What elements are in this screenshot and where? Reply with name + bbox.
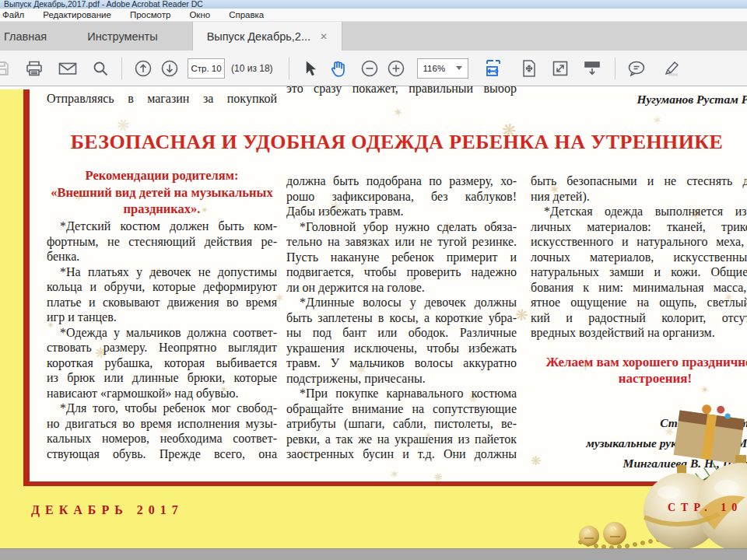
zoom-out-button[interactable] [359, 58, 380, 79]
toolbar: Стр. 10 (10 из 18) 116% [0, 51, 747, 86]
acrobat-reader-window: Выпуск Декабрь,2017.pdf - Adobe Acrobat … [0, 0, 747, 560]
christmas-ornament-decoration [562, 397, 747, 548]
tab-document[interactable]: Выпуск Декабрь,2... ✕ [192, 22, 342, 51]
email-icon [58, 60, 78, 77]
tab-bar: Главная Инструменты Выпуск Декабрь,2... … [0, 22, 747, 51]
text-line: личных материалов: тканей, трикотажа, [531, 219, 747, 235]
text-line: ятное ощущение на ощупь, светлый, яр- [531, 295, 747, 310]
menu-window[interactable]: Окно [180, 10, 219, 19]
text-line: ны под бант или ободок. Различные [286, 325, 517, 341]
text-line: лочных материалов, искусственных и [531, 250, 747, 265]
previous-page-button[interactable] [133, 58, 153, 79]
text-line: ли он держится на голове. [286, 280, 517, 296]
text-line: *На платьях у девочек не допустимы [47, 264, 277, 280]
next-page-button[interactable] [160, 58, 180, 79]
paragraph: *Детская одежда выполняется из раз-личны… [531, 204, 747, 341]
text-line: быть заплетены в косы, а короткие убра- [286, 310, 517, 326]
chevron-down-icon [456, 66, 462, 70]
collapse-toolbar-button[interactable] [582, 59, 602, 78]
highlight-button[interactable] [661, 59, 681, 78]
text-line: *Одежда у мальчиков должна соответ- [47, 325, 277, 341]
menu-bar: Файл Редактирование Просмотр Окно Справк… [0, 9, 747, 22]
paragraph: *Одежда у мальчиков должна соответ-ствов… [47, 325, 277, 401]
fit-width-icon [484, 58, 504, 79]
comment-button[interactable] [626, 59, 647, 78]
menu-help[interactable]: Справка [219, 10, 273, 19]
taskbar-strip [0, 548, 747, 560]
print-icon [25, 60, 44, 77]
text-line: Рекомендации родителям: [47, 167, 277, 184]
newsletter-page-label: СТР. 10 [668, 502, 742, 514]
text-line: ствующая обувь. Прежде всего, она [47, 446, 277, 462]
text-line: Отправляясь в магазин за покупкой [47, 91, 277, 107]
search-icon [92, 60, 109, 77]
page-count-label: (10 из 18) [231, 63, 273, 74]
text-line: подстрижены, причесаны. [286, 371, 517, 387]
search-button[interactable] [92, 60, 109, 77]
email-button[interactable] [58, 60, 78, 77]
page-up-icon [133, 58, 153, 79]
text-line: тельно на завязках или не тугой резинке. [286, 234, 517, 250]
text-line: это сразу покажет, правильный выбор [286, 86, 517, 96]
fullscreen-button[interactable] [551, 59, 570, 78]
text-line: праздниках». [47, 201, 277, 218]
text-line: фортным, не стесняющий действия ре- [47, 234, 277, 250]
column1-body: *Детский костюм должен быть ком-фортным,… [47, 219, 277, 461]
highlight-icon [661, 59, 681, 78]
text-line: бования к ним: минимальная масса, при- [531, 280, 747, 296]
comment-icon [626, 59, 647, 78]
column1-heading: Рекомендации родителям:«Внешний вид дете… [47, 167, 277, 218]
zoom-in-button[interactable] [386, 58, 406, 79]
window-title: Выпуск Декабрь,2017.pdf - Adobe Acrobat … [4, 0, 747, 9]
text-line: украшения исключены, чтобы избежать [286, 341, 517, 356]
text-line: вредных воздействий на организм. [531, 325, 747, 341]
text-line: кольца и обручи, которые деформируют [47, 279, 277, 295]
document-viewport[interactable]: ❋✶✶❋✶✶❋✶✶❋✶✶❋✶✶❋✶✶❋✶✶❋✶✶❋✶✶❋✶✶❋✶✶ [0, 86, 747, 548]
menu-view[interactable]: Просмотр [121, 10, 181, 19]
article-headline: БЕЗОПАСНАЯ И УДОБНАЯ ОДЕЖДА РЕБЕНКА НА У… [47, 131, 747, 154]
hand-tool-button[interactable] [328, 59, 347, 78]
page-number-input[interactable]: Стр. 10 [188, 58, 225, 79]
print-button[interactable] [25, 60, 44, 77]
select-tool-button[interactable] [302, 60, 317, 77]
save-button[interactable] [0, 60, 11, 77]
zoom-out-icon [359, 58, 380, 79]
newsletter-issue-label: ДЕКАБРЬ 2017 [31, 503, 184, 517]
menu-file[interactable]: Файл [0, 10, 33, 19]
text-line: *Для того, чтобы ребенок мог свобод- [47, 401, 277, 416]
text-line: рошо зафиксирована, без каблуков! [286, 189, 517, 205]
text-line: Пусть накануне ребенок примерит и [286, 250, 517, 265]
text-line: но двигаться во время исполнения музы- [47, 416, 277, 432]
tab-document-label: Выпуск Декабрь,2... [207, 30, 310, 43]
text-line: короткая рубашка, которая выбивается [47, 355, 277, 371]
close-icon[interactable]: ✕ [320, 31, 328, 42]
text-line: *Детская одежда выполняется из раз- [531, 204, 747, 219]
page-fit-button[interactable] [520, 59, 538, 78]
toolbar-separator [615, 58, 615, 79]
text-line: ния детей). [531, 189, 747, 205]
text-line: кий и радостный колорит, отсутствие [531, 310, 747, 326]
text-line: быть безопасными и не стеснять движе- [531, 173, 747, 189]
holiday-wish-text: Желаем вам хорошего праздничногонастроен… [531, 354, 747, 387]
fit-width-button[interactable] [484, 58, 504, 79]
paragraph: *При покупке карнавального костюмаобраща… [286, 386, 517, 462]
page-fit-icon [520, 59, 538, 78]
previous-article-fragment-middle: это сразу покажет, правильный выбор [286, 86, 517, 96]
zoom-in-icon [386, 58, 406, 79]
menu-edit[interactable]: Редактирование [33, 10, 121, 19]
text-line: нависают «гармошкой» над обувью. [47, 386, 277, 401]
text-line: искусственного и натурального меха, отде… [531, 234, 747, 250]
paragraph: быть безопасными и не стеснять движе-ния… [531, 173, 747, 204]
text-line: ствовать размеру. Неопрятно выглядит [47, 340, 277, 355]
zoom-level-dropdown[interactable]: 116% [417, 58, 468, 79]
text-line: из брюк или длинные брюки, которые [47, 370, 277, 386]
window-title-bar: Выпуск Декабрь,2017.pdf - Adobe Acrobat … [0, 0, 747, 9]
tab-home[interactable]: Главная [0, 22, 65, 51]
text-line: *Детский костюм должен быть ком- [47, 219, 277, 234]
save-icon [0, 60, 11, 77]
paragraph: *Длинные волосы у девочек должныбыть зап… [286, 295, 517, 386]
text-line: *Головной убор нужно сделать обяза- [286, 219, 517, 235]
toolbar-separator [289, 58, 289, 79]
tab-tools[interactable]: Инструменты [73, 22, 171, 51]
text-line: игр и танцев. [47, 310, 277, 325]
